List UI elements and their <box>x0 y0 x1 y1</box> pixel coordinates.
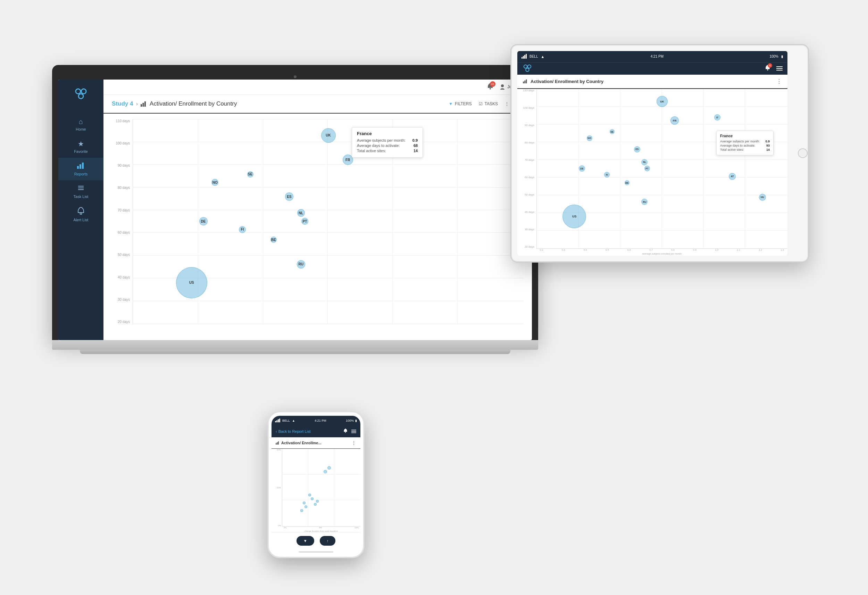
p-y-2: 0% <box>278 524 281 527</box>
breadcrumb-study[interactable]: Study 4 <box>112 101 133 107</box>
p-dot-9[interactable] <box>328 466 331 469</box>
tablet-page-header: Activation/ Enrollment by Country ⋮ <box>517 75 787 89</box>
phone-back-label: Back to Report List <box>279 429 311 434</box>
svg-point-10 <box>490 88 491 90</box>
t-bubble-US[interactable]: US <box>562 204 586 228</box>
p-dot-5[interactable] <box>311 497 313 500</box>
bubble-DE[interactable]: DE <box>199 217 208 225</box>
p-dot-3[interactable] <box>304 505 307 508</box>
t-bubble-SE[interactable]: SE <box>610 129 614 134</box>
t-bubble-ES[interactable]: ES <box>634 146 640 152</box>
tablet-tooltip-title: France <box>720 134 770 138</box>
t-bubble-DE[interactable]: DE <box>579 165 585 172</box>
tasks-button[interactable]: ☑ TASKS <box>479 101 498 106</box>
t-bubble-NO[interactable]: NO <box>587 135 592 141</box>
svg-rect-4 <box>80 164 81 169</box>
tablet-tooltip-label-2: Total active sites: <box>720 148 744 151</box>
phone-home-indicator[interactable] <box>298 551 333 553</box>
t-y-label-9: 20 days <box>525 245 534 248</box>
t-bubble-extra2[interactable]: AT <box>729 173 736 180</box>
tablet-screen: BELL ▲ 4:21 PM 100% ▮ <box>517 51 787 256</box>
bubble-ES[interactable]: ES <box>285 192 294 201</box>
tablet-tooltip-label-0: Average subjects per month: <box>720 140 760 143</box>
sidebar-item-home[interactable]: ⌂ Home <box>58 114 103 135</box>
t-bubble-extra4[interactable]: HU <box>759 194 766 201</box>
tooltip-value-1: 68 <box>413 144 418 148</box>
phone-time: 4:21 PM <box>314 419 326 422</box>
sidebar-item-alertlist[interactable]: Alert List <box>58 203 103 226</box>
t-bubble-PT[interactable]: PT <box>644 166 650 171</box>
phone-notification[interactable] <box>343 428 348 435</box>
signal-bars-icon <box>521 54 527 59</box>
t-bubble-FI[interactable]: FI <box>604 172 610 178</box>
t-bubble-UK[interactable]: UK <box>657 96 668 107</box>
grid-h-3 <box>133 187 524 188</box>
chart-bar-icon <box>140 101 147 107</box>
p-dot-4[interactable] <box>308 494 311 496</box>
t-bubble-RU[interactable]: RU <box>641 199 648 205</box>
bubble-UK[interactable]: UK <box>321 128 336 143</box>
sidebar-item-reports[interactable]: Reports <box>58 158 103 180</box>
t-bubble-extra1[interactable]: IT <box>714 114 720 120</box>
grid-v-2 <box>263 119 263 324</box>
p-dot-2[interactable] <box>303 502 306 504</box>
t-bubble-BE[interactable]: BE <box>624 180 629 185</box>
tablet-tooltip-val-2: 14 <box>766 148 770 151</box>
svg-rect-13 <box>143 103 144 107</box>
phone-back-button[interactable]: ‹ Back to Report List <box>276 429 311 434</box>
tablet-logo-icon <box>522 63 533 74</box>
tooltip-label-2: Total active sites: <box>357 149 386 153</box>
p-dot-6[interactable] <box>314 503 317 506</box>
phone-share-button[interactable]: ↑ <box>320 536 336 546</box>
filters-button[interactable]: ▼ FILTERS <box>449 101 471 106</box>
tablet-menu-icon[interactable] <box>776 65 782 71</box>
tooltip-row-0: Average subjects per month: 0.9 <box>357 138 418 142</box>
tablet-more-icon[interactable]: ⋮ <box>776 78 782 85</box>
tooltip-value-0: 0.9 <box>412 138 418 142</box>
svg-point-16 <box>528 65 531 68</box>
bubble-FI[interactable]: FI <box>239 226 246 233</box>
tablet-home-button[interactable] <box>798 148 807 158</box>
breadcrumb-separator: › <box>136 101 138 107</box>
battery-icon: ▮ <box>781 55 783 58</box>
phone-menu-icon[interactable] <box>351 429 356 434</box>
alertlist-icon <box>77 207 84 216</box>
sidebar-item-tasklist[interactable]: Task List <box>58 180 103 203</box>
y-label-90: 90 days <box>118 164 130 167</box>
phone-filter-button[interactable]: ▼ <box>297 536 314 546</box>
t-bubble-FR[interactable]: FR <box>670 116 679 125</box>
bubble-RU[interactable]: RU <box>297 260 305 268</box>
tgrid-h-6 <box>537 195 787 195</box>
tgrid-h-5 <box>537 177 787 178</box>
grid-h-8 <box>133 301 524 301</box>
phone-chart-area: 20% 10% 0% <box>272 449 360 532</box>
bubble-NO[interactable]: NO <box>211 179 218 186</box>
bubble-NL[interactable]: NL <box>297 209 305 217</box>
p-dot-8[interactable] <box>323 470 327 474</box>
tooltip-label-0: Average subjects per month: <box>357 138 406 142</box>
bubble-US[interactable]: US <box>176 267 207 298</box>
t-y-label-0: 110 days <box>523 89 534 92</box>
p-dot-1[interactable] <box>300 509 303 512</box>
tgrid-h-0 <box>537 89 787 89</box>
t-y-label-6: 50 days <box>525 193 534 196</box>
bubble-PT[interactable]: PT <box>301 218 308 225</box>
signal-bar-3 <box>524 55 525 59</box>
p-grid-v-2 <box>334 449 334 526</box>
t-bubble-NL[interactable]: NL <box>641 159 648 165</box>
tablet-notification[interactable]: 4 <box>765 65 771 72</box>
bubble-SE[interactable]: SE <box>247 171 254 178</box>
phone-more-icon[interactable]: ⋮ <box>351 440 356 446</box>
sidebar-item-favorite[interactable]: ★ Favorite <box>58 135 103 158</box>
y-label-110: 110 days <box>116 119 130 123</box>
tasks-label: TASKS <box>485 101 498 106</box>
p-dot-7[interactable] <box>316 500 319 503</box>
camera-dot <box>294 75 297 78</box>
y-label-80: 80 days <box>118 186 130 189</box>
tgrid-v-2 <box>620 89 620 248</box>
tablet-plot: US UK DE FR NO SE ES FI PT NL BE RU <box>536 89 787 249</box>
bubble-BE[interactable]: BE <box>270 237 277 243</box>
notification-button[interactable]: 41 <box>486 83 494 91</box>
sidebar-home-label: Home <box>76 127 86 131</box>
tablet-page-title: Activation/ Enrollment by Country <box>523 79 604 84</box>
